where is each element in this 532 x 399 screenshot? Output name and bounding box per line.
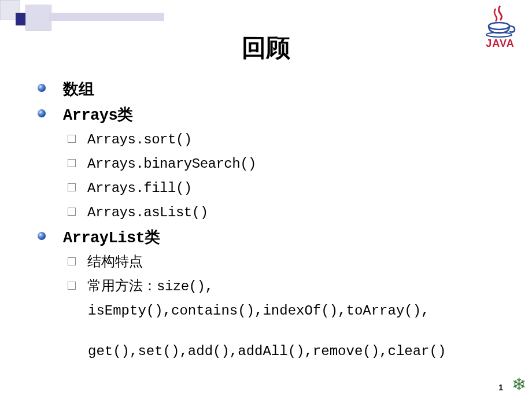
- bullet-square-icon: [68, 208, 76, 216]
- bullet-square-icon: [68, 159, 76, 167]
- l2-text: Arrays.sort(): [87, 130, 192, 150]
- l1-text: ArrayList类: [63, 227, 160, 247]
- top-decoration: [0, 0, 164, 31]
- l2-text: Arrays.binarySearch(): [87, 154, 256, 175]
- l2-continuation: get(),set(),add(),addAll(),remove(),clea…: [88, 341, 504, 362]
- list-item-l1: 数组: [38, 79, 532, 99]
- bullet-square-icon: [68, 135, 76, 143]
- java-logo-text: JAVA: [477, 38, 523, 50]
- bullet-square-icon: [68, 282, 76, 290]
- decor-bar: [49, 13, 164, 21]
- bullet-square-icon: [68, 183, 76, 191]
- svg-point-0: [489, 23, 509, 29]
- list-item-l2: 结构特点: [68, 252, 532, 273]
- l1-text: Arrays类: [63, 104, 133, 125]
- list-item-l2: Arrays.fill(): [68, 178, 532, 199]
- list-item-l1: Arrays类: [38, 104, 532, 125]
- list-item-l2: 常用方法：size(),: [68, 276, 532, 297]
- bullet-ball-icon: [38, 109, 46, 117]
- bullet-square-icon: [68, 257, 76, 265]
- java-logo: JAVA: [477, 3, 523, 50]
- l2-text: 常用方法：size(),: [87, 276, 213, 297]
- decor-square-medium: [25, 5, 51, 31]
- list-item-l2: Arrays.sort(): [68, 130, 532, 150]
- bullet-ball-icon: [38, 84, 46, 92]
- slide-title: 回顾: [0, 32, 532, 64]
- l2-text: Arrays.fill(): [87, 178, 192, 199]
- page-number: 1: [498, 383, 503, 392]
- snowflake-icon: ❄: [512, 374, 526, 394]
- l2-text: 结构特点: [87, 252, 143, 273]
- list-item-l1: ArrayList类: [38, 227, 532, 247]
- l2-text: Arrays.asList(): [87, 202, 208, 223]
- l2-continuation: isEmpty(),contains(),indexOf(),toArray()…: [88, 301, 504, 322]
- list-item-l2: Arrays.asList(): [68, 202, 532, 223]
- l1-text: 数组: [63, 79, 94, 99]
- list-item-l2: Arrays.binarySearch(): [68, 154, 532, 175]
- slide-content: 数组 Arrays类 Arrays.sort() Arrays.binarySe…: [38, 79, 532, 362]
- bullet-ball-icon: [38, 232, 46, 240]
- java-cup-icon: [483, 3, 518, 38]
